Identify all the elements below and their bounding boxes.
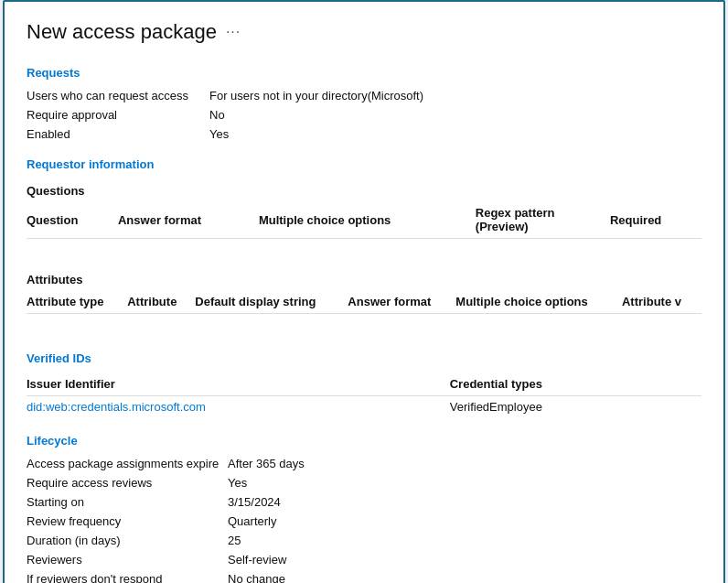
credential-types-value: VerifiedEmployee <box>377 396 701 418</box>
verified-ids-table: Issuer Identifier Credential types did:w… <box>27 372 701 417</box>
verified-ids-section-label: Verified IDs <box>27 351 701 365</box>
lc-value-no-respond: No change <box>228 570 701 583</box>
col-required: Required <box>610 201 701 239</box>
col-attr-multiple-choice: Multiple choice options <box>455 290 622 314</box>
issuer-identifier-value: did:web:credentials.microsoft.com <box>27 396 377 418</box>
questions-table: Question Answer format Multiple choice o… <box>27 201 701 260</box>
field-label-approval: Require approval <box>27 106 209 124</box>
field-value-enabled: Yes <box>209 125 701 143</box>
col-attribute-type: Attribute type <box>27 290 127 314</box>
lc-label-reviewers: Reviewers <box>27 551 228 568</box>
col-default-display-string: Default display string <box>195 290 348 314</box>
field-value-approval: No <box>209 106 701 124</box>
lc-label-frequency: Review frequency <box>27 513 228 530</box>
col-multiple-choice: Multiple choice options <box>259 201 476 239</box>
col-regex-pattern: Regex pattern(Preview) <box>476 201 610 239</box>
requestor-section-label: Requestor information <box>27 157 701 171</box>
field-value-users: For users not in your directory(Microsof… <box>209 87 701 104</box>
main-window: New access package ··· Requests Users wh… <box>3 0 725 583</box>
lc-label-no-respond: If reviewers don't respond <box>27 570 228 583</box>
verified-ids-table-container: Issuer Identifier Credential types did:w… <box>27 372 701 417</box>
col-attr-answer-format: Answer format <box>348 290 455 314</box>
requests-info-grid: Users who can request access For users n… <box>27 87 701 143</box>
lc-label-expire: Access package assignments expire <box>27 455 228 472</box>
field-label-users: Users who can request access <box>27 87 209 104</box>
lc-value-expire: After 365 days <box>228 455 701 472</box>
attributes-subsection-label: Attributes <box>27 273 701 286</box>
lifecycle-section-label: Lifecycle <box>27 434 701 448</box>
field-label-enabled: Enabled <box>27 125 209 143</box>
col-attribute-v: Attribute v <box>622 290 701 314</box>
lc-value-duration: 25 <box>228 532 701 549</box>
issuer-link[interactable]: did:web:credentials.microsoft.com <box>27 400 206 414</box>
questions-table-container: Question Answer format Multiple choice o… <box>27 201 701 260</box>
col-question: Question <box>27 201 118 239</box>
title-row: New access package ··· <box>27 20 701 44</box>
ellipsis-menu-button[interactable]: ··· <box>226 24 241 40</box>
verified-ids-row: did:web:credentials.microsoft.com Verifi… <box>27 396 701 418</box>
requests-section-label: Requests <box>27 66 701 80</box>
lc-value-reviews: Yes <box>228 474 701 491</box>
lc-value-reviewers: Self-review <box>228 551 701 568</box>
col-credential-types: Credential types <box>377 372 701 396</box>
lc-value-starting: 3/15/2024 <box>228 493 701 511</box>
questions-empty-row <box>27 239 701 261</box>
lc-label-duration: Duration (in days) <box>27 532 228 549</box>
questions-empty-cell <box>27 239 701 261</box>
col-attribute: Attribute <box>127 290 195 314</box>
lc-label-starting: Starting on <box>27 493 228 511</box>
page-title: New access package <box>27 20 217 44</box>
questions-subsection-label: Questions <box>27 184 701 198</box>
attributes-empty-row <box>27 314 701 336</box>
lc-value-frequency: Quarterly <box>228 513 701 530</box>
lc-label-reviews: Require access reviews <box>27 474 228 491</box>
lifecycle-grid: Access package assignments expire After … <box>27 455 701 583</box>
attributes-table: Attribute type Attribute Default display… <box>27 290 701 335</box>
attributes-table-container: Attribute type Attribute Default display… <box>27 290 701 335</box>
attributes-empty-cell <box>27 314 701 336</box>
col-issuer-identifier: Issuer Identifier <box>27 372 377 396</box>
col-answer-format: Answer format <box>118 201 259 239</box>
